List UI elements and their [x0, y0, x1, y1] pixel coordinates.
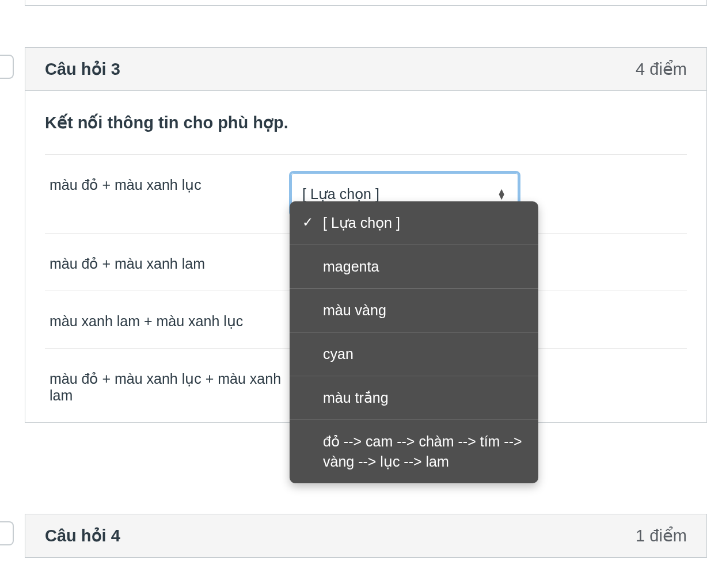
- match-label: màu đỏ + màu xanh lam: [50, 252, 291, 272]
- question-title: Câu hỏi 3: [45, 59, 120, 79]
- dropdown-option-white[interactable]: màu trắng: [290, 376, 538, 420]
- question-points: 4 điểm: [636, 59, 687, 79]
- dropdown-option-placeholder[interactable]: [ Lựa chọn ]: [290, 201, 538, 245]
- question-prompt: Kết nối thông tin cho phù hợp.: [45, 113, 687, 155]
- match-label: màu đỏ + màu xanh lục + màu xanh lam: [50, 367, 291, 404]
- question-title: Câu hỏi 4: [45, 526, 120, 545]
- select-value: [ Lựa chọn ]: [302, 186, 379, 203]
- match-label: màu xanh lam + màu xanh lục: [50, 310, 291, 330]
- question-points: 1 điểm: [636, 526, 687, 545]
- dropdown-option-yellow[interactable]: màu vàng: [290, 289, 538, 333]
- dropdown-option-spectrum[interactable]: đỏ --> cam --> chàm --> tím --> vàng -->…: [290, 420, 538, 483]
- question-header: Câu hỏi 3 4 điểm: [25, 48, 706, 91]
- dropdown-menu[interactable]: [ Lựa chọn ] magenta màu vàng cyan màu t…: [290, 201, 538, 483]
- dropdown-option-magenta[interactable]: magenta: [290, 245, 538, 289]
- previous-card-fragment: [25, 0, 707, 6]
- match-label: màu đỏ + màu xanh lục: [50, 173, 291, 193]
- question-card-4: Câu hỏi 4 1 điểm: [25, 514, 707, 558]
- dropdown-option-cyan[interactable]: cyan: [290, 333, 538, 376]
- question-marker-3[interactable]: [0, 55, 14, 79]
- question-marker-4[interactable]: [0, 521, 14, 545]
- question-header: Câu hỏi 4 1 điểm: [25, 514, 706, 558]
- select-arrows-icon: ▲▼: [497, 189, 506, 199]
